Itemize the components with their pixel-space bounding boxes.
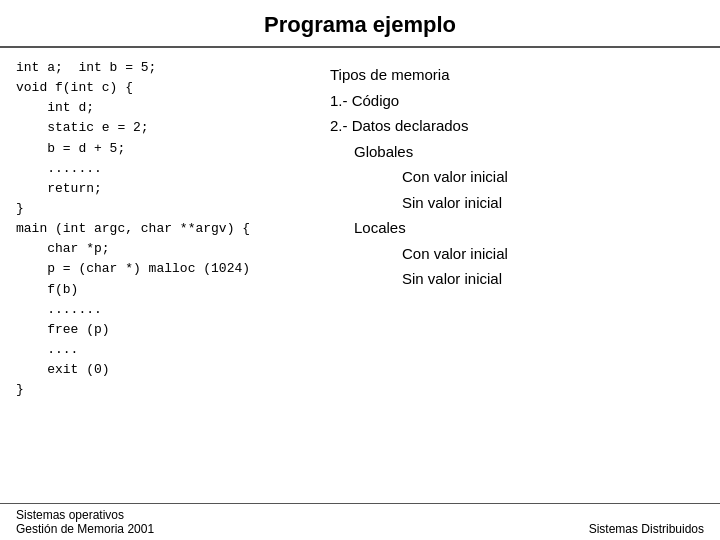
info-panel: Tipos de memoria 1.- Código 2.- Datos de… <box>310 48 720 503</box>
title-text: Programa ejemplo <box>264 12 456 37</box>
code-line-2: void f(int c) { <box>16 80 133 95</box>
code-line-10: char *p; <box>16 241 110 256</box>
footer-left: Sistemas operativos Gestión de Memoria 2… <box>16 508 154 536</box>
page: Programa ejemplo int a; int b = 5; void … <box>0 0 720 540</box>
code-line-15: .... <box>16 342 78 357</box>
code-line-7: return; <box>16 181 102 196</box>
info-globales: Globales <box>330 139 700 165</box>
info-locales: Locales <box>330 215 700 241</box>
info-sin-valor-1: Sin valor inicial <box>330 190 700 216</box>
code-line-12: f(b) <box>16 282 78 297</box>
code-line-9: main (int argc, char **argv) { <box>16 221 250 236</box>
info-title: Tipos de memoria <box>330 62 700 88</box>
code-line-11: p = (char *) malloc (1024) <box>16 261 250 276</box>
info-item2: 2.- Datos declarados <box>330 113 700 139</box>
code-line-13: ....... <box>16 302 102 317</box>
code-line-6: ....... <box>16 161 102 176</box>
info-item1: 1.- Código <box>330 88 700 114</box>
code-line-14: free (p) <box>16 322 110 337</box>
code-line-17: } <box>16 382 24 397</box>
info-con-valor-1: Con valor inicial <box>330 164 700 190</box>
footer: Sistemas operativos Gestión de Memoria 2… <box>0 503 720 540</box>
code-line-8: } <box>16 201 24 216</box>
code-line-1: int a; int b = 5; <box>16 60 156 75</box>
code-line-5: b = d + 5; <box>16 141 125 156</box>
code-line-3: int d; <box>16 100 94 115</box>
code-line-16: exit (0) <box>16 362 110 377</box>
code-panel: int a; int b = 5; void f(int c) { int d;… <box>0 48 310 503</box>
info-sin-valor-2: Sin valor inicial <box>330 266 700 292</box>
footer-left-line1: Sistemas operativos <box>16 508 154 522</box>
info-con-valor-2: Con valor inicial <box>330 241 700 267</box>
page-title: Programa ejemplo <box>0 0 720 48</box>
footer-right: Sistemas Distribuidos <box>589 522 704 536</box>
footer-left-line2: Gestión de Memoria 2001 <box>16 522 154 536</box>
code-line-4: static e = 2; <box>16 120 149 135</box>
main-content: int a; int b = 5; void f(int c) { int d;… <box>0 48 720 503</box>
